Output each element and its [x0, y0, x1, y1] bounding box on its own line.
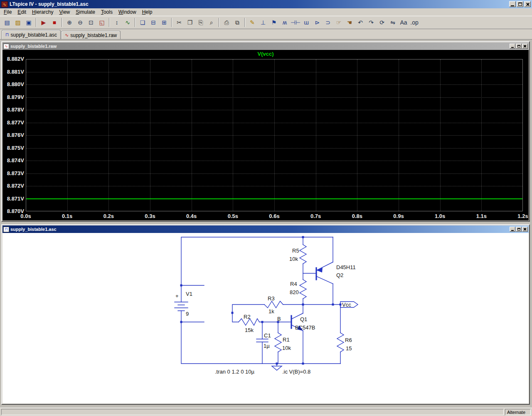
r5-ref-label[interactable]: R5 [292, 248, 299, 254]
find-button[interactable]: ⌕ [206, 17, 217, 28]
place-resistor-button[interactable]: ʍ [279, 17, 290, 28]
r6-ref-label[interactable]: R6 [345, 337, 352, 343]
menu-help[interactable]: Help [139, 9, 155, 15]
ic-directive[interactable]: .ic V(B)=0.8 [282, 369, 310, 375]
spice-directive-button[interactable]: .op [409, 17, 420, 28]
zoom-rectangle-button[interactable]: ⊡ [86, 17, 96, 28]
y-axis-tick[interactable]: 8.876V [3, 132, 24, 138]
place-ground-button[interactable]: ⊥ [258, 17, 268, 28]
r3-value-label[interactable]: 1k [268, 308, 274, 314]
copy-button[interactable]: ❐ [185, 17, 195, 28]
place-net-label-button[interactable]: ⚑ [268, 17, 279, 28]
menu-simulate[interactable]: Simulate [73, 9, 98, 15]
cascade-windows-button[interactable]: ❏ [137, 17, 148, 28]
run-simulation-button[interactable]: ▶ [38, 17, 49, 28]
zoom-in-button[interactable]: ⊕ [64, 17, 75, 28]
menu-window[interactable]: Window [116, 9, 139, 15]
component-r5[interactable] [300, 245, 306, 264]
trace-label[interactable]: V(vcc) [2, 51, 529, 57]
rotate-button[interactable]: ⟳ [377, 17, 387, 28]
save-button[interactable]: ▣ [23, 17, 34, 28]
y-axis-tick[interactable]: 8.880V [3, 81, 24, 87]
x-axis-tick[interactable]: 0.5s [224, 213, 242, 219]
q2-ref-label[interactable]: Q2 [336, 272, 343, 278]
halt-simulation-button[interactable]: ■ [49, 17, 60, 28]
component-r3[interactable] [264, 301, 283, 308]
y-axis-tick[interactable]: 8.872V [3, 183, 24, 189]
x-axis-tick[interactable]: 0.9s [389, 213, 408, 219]
q2-value-label[interactable]: D45H11 [336, 264, 356, 270]
v1-value-label[interactable]: 9 [186, 311, 189, 317]
undo-button[interactable]: ↶ [355, 17, 366, 28]
close-button[interactable] [524, 1, 531, 7]
x-axis-tick[interactable]: 0.0s [17, 213, 35, 219]
y-axis-tick[interactable]: 8.875V [3, 145, 24, 151]
print-preview-button[interactable]: ⧉ [232, 17, 243, 28]
ground-symbol[interactable] [272, 366, 282, 370]
r5-value-label[interactable]: 10k [289, 256, 298, 262]
x-axis-tick[interactable]: 1.0s [431, 213, 449, 219]
y-axis-tick[interactable]: 8.882V [3, 56, 24, 62]
x-axis-tick[interactable]: 0.7s [307, 213, 325, 219]
new-schematic-button[interactable]: ▤ [2, 17, 12, 28]
component-r4[interactable] [300, 280, 306, 299]
x-axis-tick[interactable]: 0.6s [265, 213, 283, 219]
tile-horizontally-button[interactable]: ⊟ [148, 17, 159, 28]
menu-view[interactable]: View [56, 9, 73, 15]
waveform-close-button[interactable] [522, 44, 528, 49]
waveform-maximize-button[interactable] [516, 44, 522, 49]
q1-value-label[interactable]: BC547B [295, 324, 315, 331]
x-axis-tick[interactable]: 0.1s [58, 213, 76, 219]
waveform-titlebar[interactable]: ∿ supply_bistable1.raw [2, 42, 529, 50]
y-axis-tick[interactable]: 8.879V [3, 94, 24, 100]
redo-button[interactable]: ↷ [366, 17, 377, 28]
place-component-button[interactable]: ⊃ [323, 17, 333, 28]
r2-value-label[interactable]: 15k [245, 327, 254, 333]
titlebar[interactable]: ∿ LTspice IV - supply_bistable1.asc [0, 0, 532, 8]
r1-value-label[interactable]: 10k [282, 345, 291, 351]
autorange-y-axis-button[interactable]: ↕ [111, 17, 122, 28]
print-button[interactable]: ⎙ [221, 17, 232, 28]
vcc-net-label[interactable]: Vcc [342, 302, 351, 308]
r3-ref-label[interactable]: R3 [268, 295, 275, 302]
component-v1[interactable] [175, 302, 188, 311]
x-axis-tick[interactable]: 0.4s [182, 213, 201, 219]
place-capacitor-button[interactable]: ⊣⊢ [290, 17, 301, 28]
c1-value-label[interactable]: 1µ [264, 343, 270, 349]
menu-edit[interactable]: Edit [15, 9, 29, 15]
schematic-minimize-button[interactable] [510, 227, 515, 232]
text-button[interactable]: Aa [398, 17, 409, 28]
x-axis-tick[interactable]: 0.8s [348, 213, 366, 219]
waveform-minimize-button[interactable] [510, 44, 515, 49]
r2-ref-label[interactable]: R2 [244, 314, 251, 320]
app-icon[interactable]: ∿ [1, 1, 8, 7]
y-axis-tick[interactable]: 8.873V [3, 170, 24, 176]
drag-button[interactable]: ☚ [344, 17, 355, 28]
schematic-canvas[interactable]: + V1 9 R5 10k D45H11 Q2 R4 820 R3 1k Vcc… [2, 233, 529, 404]
component-r6[interactable] [337, 333, 344, 352]
cut-button[interactable]: ✂ [174, 17, 185, 28]
open-file-button[interactable]: ▨ [12, 17, 23, 28]
x-axis-tick[interactable]: 0.2s [99, 213, 118, 219]
component-c1[interactable] [256, 339, 268, 342]
schematic-titlebar[interactable]: ⊓ supply_bistable1.asc [2, 225, 529, 233]
tab-schematic[interactable]: ⊓ supply_bistable1.asc [2, 30, 61, 39]
y-axis-tick[interactable]: 8.877V [3, 119, 24, 126]
schematic-maximize-button[interactable] [516, 227, 522, 232]
waveform-plot[interactable]: V(vcc) 8.882V8.881V8.880V8.879V8.878V8.8… [2, 50, 529, 220]
x-axis-tick[interactable]: 0.3s [141, 213, 159, 219]
x-axis-tick[interactable]: 1.1s [472, 213, 490, 219]
tab-waveform[interactable]: ∿ supply_bistable1.raw [61, 31, 121, 39]
tran-directive[interactable]: .tran 0 1.2 0 10µ [215, 369, 254, 375]
q1-ref-label[interactable]: Q1 [300, 316, 307, 322]
paste-button[interactable]: ⎘ [195, 17, 206, 28]
component-r1[interactable] [275, 333, 281, 352]
mirror-button[interactable]: ⇋ [387, 17, 398, 28]
schematic-close-button[interactable] [522, 227, 528, 232]
place-diode-button[interactable]: ⊳ [312, 17, 323, 28]
r1-ref-label[interactable]: R1 [283, 337, 290, 343]
menu-tools[interactable]: Tools [98, 9, 116, 15]
r4-ref-label[interactable]: R4 [290, 281, 297, 287]
plot-settings-button[interactable]: ∿ [122, 17, 133, 28]
place-inductor-button[interactable]: ɯ [301, 17, 312, 28]
